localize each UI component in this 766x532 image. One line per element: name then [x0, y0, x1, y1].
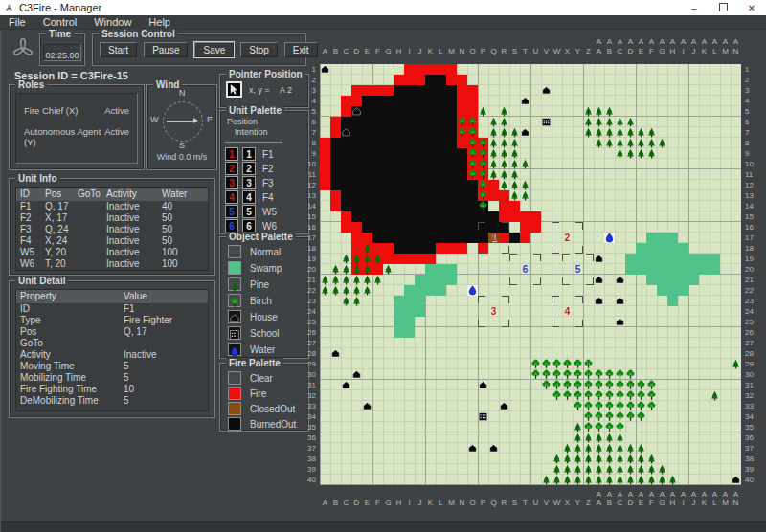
- exit-button[interactable]: Exit: [284, 42, 318, 57]
- column-label: V: [541, 499, 552, 507]
- unit-detail-row[interactable]: GoTo: [16, 338, 208, 349]
- unit-info-row[interactable]: F3Q, 24Inactive50: [16, 224, 208, 235]
- menu-item-control[interactable]: Control: [34, 15, 85, 29]
- fire-palette-item-fire[interactable]: Fire: [228, 387, 266, 400]
- column-label: I: [678, 47, 688, 55]
- fire-swatch-icon[interactable]: [228, 387, 241, 400]
- unit-palette-label: W6: [262, 221, 277, 232]
- object-palette-item-normal[interactable]: Normal: [228, 245, 281, 258]
- birch-swatch-icon[interactable]: [228, 294, 241, 307]
- unit-info-row[interactable]: W5Y, 20Inactive100: [16, 247, 208, 258]
- column-label: O: [467, 499, 478, 507]
- object-palette-item-water[interactable]: Water: [228, 343, 275, 356]
- swamp-swatch-icon[interactable]: [228, 261, 241, 275]
- compass-north-label: N: [179, 88, 186, 98]
- unit-detail-row[interactable]: Fire Fighting Time10: [16, 384, 208, 395]
- menu-item-file[interactable]: File: [0, 15, 34, 29]
- close-icon[interactable]: ✕: [737, 3, 766, 13]
- menu-item-help[interactable]: Help: [140, 15, 179, 29]
- row-label: 19: [745, 254, 754, 264]
- unit-info-row[interactable]: W6T, 20Inactive100: [16, 258, 208, 270]
- session-control-panel: Session Control StartPauseSaveStopExit: [92, 33, 306, 66]
- unit-position-icon[interactable]: 1: [225, 147, 238, 161]
- unit-palette-row-f2[interactable]: 22F2: [225, 162, 274, 175]
- school-swatch-icon[interactable]: [228, 326, 241, 340]
- object-palette-item-house[interactable]: House: [228, 310, 278, 323]
- table-header-row: PropertyValue: [16, 290, 208, 303]
- start-button[interactable]: Start: [100, 42, 137, 57]
- column-label-prefix: A: [625, 490, 636, 499]
- fire-palette-item-clear[interactable]: Clear: [228, 371, 273, 385]
- unit-palette-row-w5[interactable]: 55W5: [225, 205, 277, 218]
- row-label: 32: [745, 390, 754, 401]
- unit-intention-icon[interactable]: 6: [242, 219, 256, 233]
- unit-detail-panel: Unit Detail PropertyValueIDF1TypeFire Fi…: [9, 280, 215, 418]
- fire-palette-item-closedout[interactable]: ClosedOut: [228, 402, 295, 415]
- stop-button[interactable]: Stop: [240, 42, 278, 57]
- unit-position-icon[interactable]: 6: [225, 219, 238, 233]
- column-label: J: [688, 499, 699, 507]
- unit-position-icon[interactable]: 4: [225, 190, 238, 204]
- unit-detail-row[interactable]: IDF1: [16, 303, 208, 315]
- column-label: C: [615, 47, 625, 55]
- unit-palette-row-w6[interactable]: 66W6: [225, 219, 277, 233]
- column-label: L: [710, 47, 720, 55]
- unit-position-icon[interactable]: 3: [225, 176, 238, 189]
- unit-detail-row[interactable]: PosQ, 17: [16, 326, 208, 338]
- normal-swatch-icon[interactable]: [228, 245, 241, 258]
- table-cell: Inactive: [120, 349, 208, 361]
- unit-detail-row[interactable]: ActivityInactive: [16, 349, 208, 361]
- pause-button[interactable]: Pause: [144, 42, 188, 57]
- map-grid[interactable]: [320, 64, 741, 485]
- column-label: Q: [488, 499, 499, 507]
- object-palette-item-birch[interactable]: Birch: [228, 294, 272, 307]
- unit-intention-icon[interactable]: 1: [242, 147, 256, 161]
- fire-palette-item-burnedout[interactable]: BurnedOut: [228, 417, 296, 431]
- object-palette-item-swamp[interactable]: Swamp: [228, 261, 282, 275]
- object-palette-item-pine[interactable]: Pine: [228, 277, 269, 291]
- table-cell: W5: [16, 247, 41, 258]
- column-label-prefix: A: [678, 490, 688, 499]
- column-label: C: [341, 47, 351, 55]
- column-label: Z: [583, 499, 594, 507]
- maximize-icon[interactable]: [709, 3, 737, 13]
- table-cell: Inactive: [102, 258, 158, 270]
- closedout-swatch-icon[interactable]: [228, 402, 241, 415]
- menu-item-window[interactable]: Window: [85, 15, 140, 29]
- intention-column-label: Intention: [235, 127, 268, 137]
- water-swatch-icon[interactable]: [228, 343, 241, 356]
- unit-info-row[interactable]: F1Q, 17Inactive40: [16, 201, 208, 212]
- house-swatch-icon[interactable]: [228, 310, 241, 323]
- unit-intention-icon[interactable]: 4: [242, 190, 256, 204]
- column-label: G: [657, 47, 667, 55]
- unit-position-icon[interactable]: 5: [225, 205, 238, 218]
- minimize-icon[interactable]: –: [680, 3, 709, 13]
- column-label: T: [520, 47, 530, 55]
- object-palette-label: Normal: [250, 247, 281, 257]
- unit-info-row[interactable]: F2X, 17Inactive50: [16, 212, 208, 224]
- unit-info-row[interactable]: F4X, 24Inactive50: [16, 235, 208, 247]
- unit-intention-icon[interactable]: 3: [242, 176, 256, 189]
- burnedout-swatch-icon[interactable]: [228, 417, 241, 431]
- unit-detail-row[interactable]: DeMobilizing Time5: [16, 395, 208, 407]
- column-label: F: [372, 47, 383, 55]
- save-button[interactable]: Save: [194, 42, 234, 57]
- unit-detail-row[interactable]: TypeFire Fighter: [16, 315, 208, 326]
- clear-swatch-icon[interactable]: [228, 371, 241, 385]
- table-cell: [74, 212, 102, 224]
- column-label-prefix: A: [688, 490, 699, 499]
- unit-intention-icon[interactable]: 2: [242, 162, 256, 175]
- unit-position-icon[interactable]: 2: [225, 162, 238, 175]
- unit-palette-row-f1[interactable]: 11F1: [225, 147, 274, 161]
- unit-palette-row-f3[interactable]: 33F3: [225, 176, 274, 189]
- unit-detail-row[interactable]: Mobilizing Time5: [16, 372, 208, 384]
- column-label-prefix: A: [731, 37, 741, 46]
- unit-intention-icon[interactable]: 5: [242, 205, 256, 218]
- row-label: 39: [299, 464, 316, 475]
- role-row: Fire Chief (X)Active: [24, 105, 129, 116]
- pine-swatch-icon[interactable]: [228, 277, 241, 291]
- object-palette-item-school[interactable]: School: [228, 326, 280, 340]
- unit-detail-row[interactable]: Moving Time5: [16, 361, 208, 372]
- pointer-xy-value: A 2: [280, 85, 292, 95]
- unit-palette-row-f4[interactable]: 44F4: [225, 190, 274, 204]
